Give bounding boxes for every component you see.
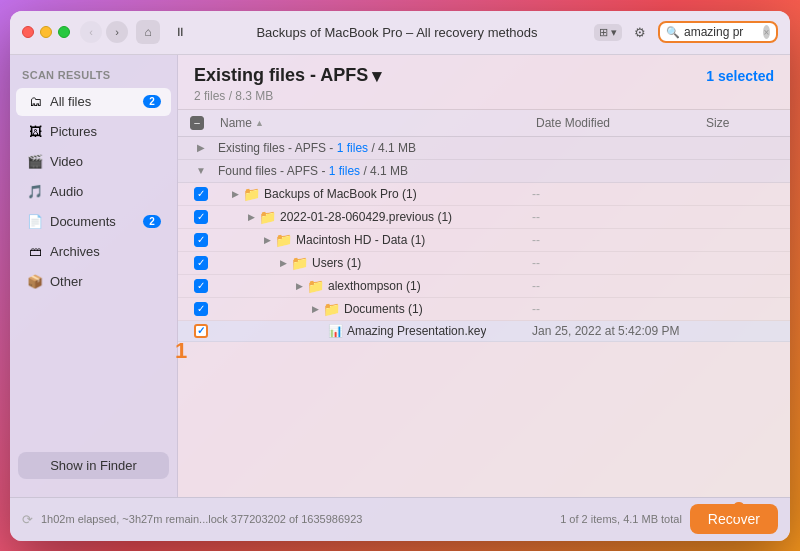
row-checkbox-cell: ✓ [186, 324, 216, 338]
file-date: -- [532, 210, 702, 224]
row-checkbox-cell: ✓ [186, 279, 216, 293]
row-checkbox[interactable]: ✓ [194, 302, 208, 316]
documents-badge: 2 [143, 215, 161, 228]
search-bar[interactable]: 🔍 × [658, 21, 778, 43]
th-date: Date Modified [532, 114, 702, 132]
traffic-lights [22, 26, 70, 38]
row-checkbox[interactable]: ✓ [194, 233, 208, 247]
section-existing-files[interactable]: ▶ Existing files - APFS - 1 files / 4.1 … [178, 137, 790, 160]
file-date: -- [532, 187, 702, 201]
file-name: Amazing Presentation.key [347, 324, 486, 338]
home-button[interactable]: ⌂ [136, 20, 160, 44]
row-checkbox-cell: ✓ [186, 187, 216, 201]
table-row[interactable]: ✓ ▶ 📁 Backups of MacBook Pro (1) -- [178, 183, 790, 206]
other-icon: 📦 [26, 273, 44, 291]
file-date: -- [532, 279, 702, 293]
section-expand-icon: ▼ [186, 165, 216, 176]
file-name-cell: ▶ 📁 2022-01-28-060429.previous (1) [216, 209, 532, 225]
view-dropdown-arrow: ▾ [611, 26, 617, 39]
pause-button[interactable]: ⏸ [168, 20, 192, 44]
row-checkbox-cell: ✓ [186, 233, 216, 247]
table-row[interactable]: ✓ ▶ 📁 Users (1) -- [178, 252, 790, 275]
tree-expand-icon: ▶ [296, 281, 303, 291]
sidebar-other-label: Other [50, 274, 161, 289]
row-checkbox[interactable]: ✓ [194, 256, 208, 270]
folder-icon: 📁 [243, 186, 260, 202]
file-name-cell: ▶ 📁 Users (1) [216, 255, 532, 271]
back-button[interactable]: ‹ [80, 21, 102, 43]
file-panel-title[interactable]: Existing files - APFS ▾ [194, 65, 381, 87]
section-found-files[interactable]: ▼ Found files - APFS - 1 files / 4.1 MB [178, 160, 790, 183]
file-name: alexthompson (1) [328, 279, 421, 293]
maximize-button[interactable] [58, 26, 70, 38]
sidebar: Scan results 🗂 All files 2 🖼 Pictures 🎬 … [10, 55, 178, 497]
tree-expand-icon: ▶ [232, 189, 239, 199]
forward-button[interactable]: › [106, 21, 128, 43]
close-button[interactable] [22, 26, 34, 38]
file-date: Jan 25, 2022 at 5:42:09 PM [532, 324, 702, 338]
status-text: 1h02m elapsed, ~3h27m remain...lock 3772… [41, 513, 552, 525]
sidebar-item-all-files[interactable]: 🗂 All files 2 [16, 88, 171, 116]
sidebar-item-audio[interactable]: 🎵 Audio [16, 178, 171, 206]
progress-text: 1 of 2 items, 4.1 MB total [560, 513, 682, 525]
row-checkbox[interactable]: ✓ [194, 279, 208, 293]
pause-icon: ⏸ [174, 25, 186, 39]
sidebar-item-video[interactable]: 🎬 Video [16, 148, 171, 176]
row-checkbox[interactable]: ✓ [194, 187, 208, 201]
status-icon: ⟳ [22, 512, 33, 527]
sidebar-item-documents[interactable]: 📄 Documents 2 [16, 208, 171, 236]
row-checkbox-highlighted[interactable]: ✓ [194, 324, 208, 338]
show-in-finder-button[interactable]: Show in Finder [18, 452, 169, 479]
bottom-bar: ⟳ 1h02m elapsed, ~3h27m remain...lock 37… [10, 497, 790, 541]
settings-button[interactable]: ⚙ [628, 20, 652, 44]
table-row[interactable]: ✓ ▶ 📁 2022-01-28-060429.previous (1) -- [178, 206, 790, 229]
home-icon: ⌂ [144, 25, 151, 39]
file-panel: Existing files - APFS ▾ 1 selected 2 fil… [178, 55, 790, 497]
all-files-icon: 🗂 [26, 93, 44, 111]
view-toggle[interactable]: ⊞ ▾ [594, 24, 622, 41]
file-panel-subtitle: 2 files / 8.3 MB [194, 89, 774, 103]
tree-expand-icon: ▶ [248, 212, 255, 222]
row-checkbox-cell: ✓ [186, 210, 216, 224]
folder-icon: 📁 [259, 209, 276, 225]
minimize-button[interactable] [40, 26, 52, 38]
row-checkbox-cell: ✓ [186, 256, 216, 270]
sidebar-pictures-label: Pictures [50, 124, 161, 139]
recover-button[interactable]: Recover [690, 504, 778, 534]
window-title: Backups of MacBook Pro – All recovery me… [200, 25, 594, 40]
pictures-icon: 🖼 [26, 123, 44, 141]
table-row[interactable]: ✓ ▶ 📁 Documents (1) -- [178, 298, 790, 321]
sidebar-audio-label: Audio [50, 184, 161, 199]
file-name-cell: ▶ 📁 alexthompson (1) [216, 278, 532, 294]
titlebar-right: ⊞ ▾ ⚙ 🔍 × [594, 20, 778, 44]
sidebar-item-pictures[interactable]: 🖼 Pictures [16, 118, 171, 146]
search-input[interactable] [684, 25, 759, 39]
search-clear-button[interactable]: × [763, 25, 770, 39]
sidebar-documents-label: Documents [50, 214, 137, 229]
th-name[interactable]: Name ▲ [216, 114, 532, 132]
sidebar-item-other[interactable]: 📦 Other [16, 268, 171, 296]
folder-icon: 📁 [291, 255, 308, 271]
table-row[interactable]: ✓ ▶ 📁 Macintosh HD - Data (1) -- [178, 229, 790, 252]
tree-expand-icon: ▶ [264, 235, 271, 245]
select-all-checkbox[interactable]: – [190, 116, 204, 130]
file-table: – Name ▲ Date Modified Size ▶ Existing f… [178, 110, 790, 497]
nav-buttons: ‹ › [80, 21, 128, 43]
audio-icon: 🎵 [26, 183, 44, 201]
table-row[interactable]: ✓ ▶ 📁 alexthompson (1) -- [178, 275, 790, 298]
sidebar-video-label: Video [50, 154, 161, 169]
sidebar-section-label: Scan results [10, 65, 177, 87]
file-panel-header: Existing files - APFS ▾ 1 selected 2 fil… [178, 55, 790, 110]
file-name: 2022-01-28-060429.previous (1) [280, 210, 452, 224]
sort-arrow-icon: ▲ [255, 118, 264, 128]
file-name-cell: 📊 Amazing Presentation.key [216, 324, 532, 338]
file-name-cell: ▶ 📁 Documents (1) [216, 301, 532, 317]
sidebar-item-archives[interactable]: 🗃 Archives [16, 238, 171, 266]
row-checkbox[interactable]: ✓ [194, 210, 208, 224]
th-checkbox: – [186, 114, 216, 132]
section-collapse-icon: ▶ [186, 142, 216, 153]
table-row-selected[interactable]: ✓ 📊 Amazing Presentation.key Jan 25, 202… [178, 321, 790, 342]
th-size: Size [702, 114, 782, 132]
file-date: -- [532, 233, 702, 247]
table-header: – Name ▲ Date Modified Size [178, 110, 790, 137]
